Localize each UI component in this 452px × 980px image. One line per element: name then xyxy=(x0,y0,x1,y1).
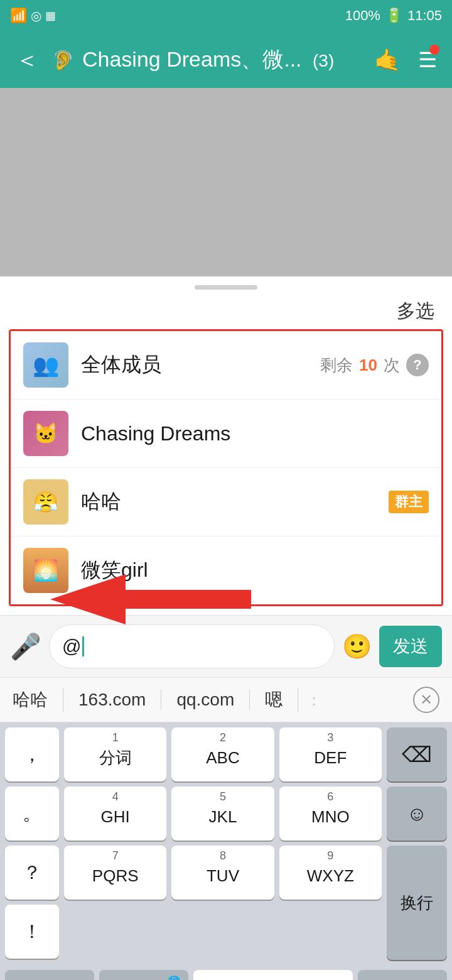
newline-label: 换行 xyxy=(401,892,433,914)
nav-title: Chasing Dreams、微... (3) xyxy=(82,45,362,74)
member-item-haha[interactable]: 😤 哈哈 群主 xyxy=(11,468,441,536)
key-question[interactable]: ？ xyxy=(5,846,59,900)
key-emoji[interactable]: ☺ xyxy=(387,787,447,841)
keyboard: ， 。 ？ ！ 1 分词 2 ABC 3 DEF xyxy=(0,722,452,980)
member-right-all: 剩余 10 次 ? xyxy=(320,354,429,376)
status-left: 📶 ◎ ▦ xyxy=(10,8,56,24)
key-num123[interactable]: 123 xyxy=(358,970,447,980)
keyboard-main: 1 分词 2 ABC 3 DEF 4 GHI 5 xyxy=(59,722,387,965)
text-input[interactable]: @ xyxy=(49,624,335,668)
keyboard-row-3: 7 PQRS 8 TUV 9 WXYZ xyxy=(59,841,387,905)
key-comma[interactable]: ， xyxy=(5,727,59,781)
autocomplete-item-1[interactable]: 163.com xyxy=(63,690,161,710)
key-6-mno[interactable]: 6 MNO xyxy=(279,787,382,841)
multiselect-row: 多选 xyxy=(0,293,452,329)
status-right: 100% 🔋 11:05 xyxy=(345,8,442,24)
sim-icon: ▦ xyxy=(45,9,56,23)
help-icon[interactable]: ? xyxy=(406,354,429,376)
member-item-weixiao[interactable]: 🌅 微笑girl xyxy=(11,536,441,604)
keyboard-left-col: ， 。 ？ ！ xyxy=(0,722,59,965)
member-list: 全体成员 剩余 10 次 ? 🐱 Chasing Dreams 😤 哈哈 群主 … xyxy=(9,329,443,606)
member-name-haha: 哈哈 xyxy=(81,488,376,516)
remaining-prefix: 剩余 xyxy=(320,354,353,376)
multiselect-button[interactable]: 多选 xyxy=(397,298,434,324)
member-item-all[interactable]: 全体成员 剩余 10 次 ? xyxy=(11,331,441,400)
input-area: 🎤 @ 🙂 发送 xyxy=(0,615,452,677)
signal-icon: 📶 xyxy=(10,8,27,24)
keyboard-right-col: ⌫ ☺ 换行 xyxy=(387,722,452,965)
emoji-button[interactable]: 🙂 xyxy=(342,633,372,660)
drag-handle[interactable] xyxy=(195,285,257,290)
autocomplete-item-2[interactable]: qq.com xyxy=(161,690,250,710)
member-name-weixiao: 微笑girl xyxy=(81,557,429,584)
key-5-jkl[interactable]: 5 JKL xyxy=(171,787,274,841)
key-7-pqrs[interactable]: 7 PQRS xyxy=(64,846,166,900)
status-bar: 📶 ◎ ▦ 100% 🔋 11:05 xyxy=(0,0,452,31)
send-button[interactable]: 发送 xyxy=(379,626,442,667)
input-at-symbol: @ xyxy=(62,636,81,657)
key-newline[interactable]: 换行 xyxy=(387,846,447,960)
bottom-sheet: 多选 全体成员 剩余 10 次 ? 🐱 Chasing Dreams 😤 哈哈 … xyxy=(0,276,452,677)
ear-icon: 🦻 xyxy=(51,49,75,71)
key-3-def[interactable]: 3 DEF xyxy=(279,727,382,781)
key-1-fenchi[interactable]: 1 分词 xyxy=(64,727,166,781)
key-space[interactable]: 🎤 0 xyxy=(193,970,353,980)
wifi-icon: ◎ xyxy=(31,8,41,23)
menu-button[interactable]: ☰ xyxy=(413,42,442,77)
hand-icon[interactable]: 🤙 xyxy=(369,42,406,77)
autocomplete-clear-button[interactable]: ✕ xyxy=(413,687,439,713)
group-owner-badge: 群主 xyxy=(389,491,429,513)
battery-icon: 🔋 xyxy=(385,8,402,24)
member-right-haha: 群主 xyxy=(389,491,429,513)
member-name-chasing: Chasing Dreams xyxy=(81,422,429,445)
menu-badge xyxy=(429,45,439,55)
key-exclaim[interactable]: ！ xyxy=(5,905,59,959)
key-symbol[interactable]: 符号 xyxy=(5,970,94,980)
nav-bar: ＜ 🦻 Chasing Dreams、微... (3) 🤙 ☰ xyxy=(0,31,452,88)
chat-area xyxy=(0,88,452,276)
key-backspace[interactable]: ⌫ xyxy=(387,727,447,781)
keyboard-main-area: ， 。 ？ ！ 1 分词 2 ABC 3 DEF xyxy=(0,722,452,965)
key-2-abc[interactable]: 2 ABC xyxy=(171,727,274,781)
globe-icon: 🌐 xyxy=(167,975,181,980)
avatar-all xyxy=(23,342,68,388)
key-lang[interactable]: 中/英 🌐 xyxy=(99,970,188,980)
key-period[interactable]: 。 xyxy=(5,787,59,841)
remaining-count: 10 xyxy=(359,356,377,375)
time-text: 11:05 xyxy=(407,8,442,24)
keyboard-row-2: 4 GHI 5 JKL 6 MNO xyxy=(59,781,387,841)
member-name-all: 全体成员 xyxy=(81,351,308,379)
autocomplete-item-3[interactable]: 嗯 xyxy=(250,688,298,712)
remaining-suffix: 次 xyxy=(384,354,400,376)
member-item-chasing[interactable]: 🐱 Chasing Dreams xyxy=(11,400,441,468)
keyboard-row-1: 1 分词 2 ABC 3 DEF xyxy=(59,722,387,781)
text-input-content: @ xyxy=(62,636,84,657)
avatar-weixiao: 🌅 xyxy=(23,548,68,593)
back-button[interactable]: ＜ xyxy=(10,39,44,81)
key-8-tuv[interactable]: 8 TUV xyxy=(171,846,274,900)
avatar-haha: 😤 xyxy=(23,479,68,525)
nav-count: (3) xyxy=(313,51,334,70)
autocomplete-item-0[interactable]: 哈哈 xyxy=(13,688,63,712)
drag-handle-wrap xyxy=(0,276,452,293)
battery-text: 100% xyxy=(345,8,380,24)
avatar-chasing: 🐱 xyxy=(23,411,68,456)
mic-button[interactable]: 🎤 xyxy=(10,632,41,662)
key-9-wxyz[interactable]: 9 WXYZ xyxy=(279,846,382,900)
autocomplete-bar: 哈哈 163.com qq.com 嗯 ： ✕ xyxy=(0,677,452,722)
text-cursor xyxy=(82,636,84,656)
key-4-ghi[interactable]: 4 GHI xyxy=(64,787,166,841)
keyboard-bottom-row: 符号 中/英 🌐 🎤 0 123 xyxy=(0,965,452,980)
